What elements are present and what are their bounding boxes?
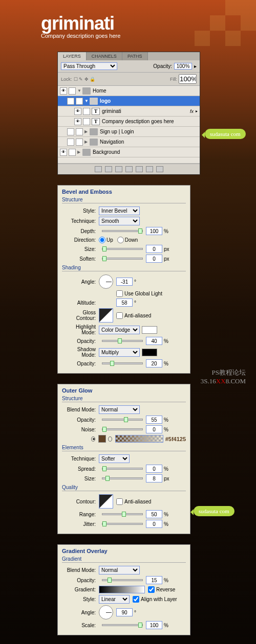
- noise-input[interactable]: [146, 425, 162, 433]
- gradient-picker[interactable]: [99, 586, 145, 593]
- glow-color-swatch[interactable]: [98, 435, 105, 443]
- soften-slider[interactable]: [102, 258, 143, 260]
- watermark-bubble: sudasuta.com: [194, 506, 234, 516]
- align-check[interactable]: [133, 596, 139, 603]
- direction-up[interactable]: Up: [99, 237, 113, 243]
- opacity-input[interactable]: [146, 576, 162, 584]
- folder-new-icon[interactable]: [136, 166, 143, 172]
- layer-row[interactable]: 👁▶Background: [58, 147, 200, 157]
- shadow-opacity-slider[interactable]: [102, 362, 143, 364]
- adjustment-icon[interactable]: [125, 166, 133, 172]
- visibility-icon[interactable]: 👁: [67, 98, 74, 105]
- style-select[interactable]: Linear: [99, 595, 130, 604]
- jitter-slider[interactable]: [102, 523, 143, 525]
- new-layer-icon[interactable]: [146, 166, 153, 172]
- size-input[interactable]: [146, 474, 162, 482]
- direction-down[interactable]: Down: [117, 237, 138, 243]
- layer-row[interactable]: 👁▼Home: [58, 86, 200, 96]
- blend-mode-select[interactable]: Normal: [99, 405, 140, 414]
- dialog-title: Outer Glow: [62, 387, 186, 394]
- opacity-slider[interactable]: [102, 419, 143, 421]
- highlight-color[interactable]: [142, 326, 157, 334]
- tab-channels[interactable]: CHANNELS: [87, 52, 122, 60]
- range-input[interactable]: [146, 510, 162, 518]
- gradient-overlay-dialog: Gradient Overlay Gradient Blend Mode:Nor…: [57, 544, 190, 635]
- visibility-icon[interactable]: 👁: [74, 108, 81, 115]
- antialiased-check[interactable]: [116, 312, 123, 319]
- soften-input[interactable]: [146, 255, 162, 263]
- opacity-input[interactable]: [146, 416, 162, 424]
- angle-input[interactable]: [116, 278, 133, 286]
- watermark-text: PS教程论坛 3S.16XX8.COM: [201, 368, 246, 385]
- glow-gradient[interactable]: [115, 435, 163, 443]
- technique-select[interactable]: Smooth: [99, 217, 140, 225]
- panel-footer: [58, 164, 200, 174]
- scale-slider[interactable]: [102, 624, 143, 626]
- opacity-input[interactable]: [174, 63, 192, 70]
- mask-icon[interactable]: [115, 166, 122, 172]
- size-slider[interactable]: [102, 477, 143, 479]
- range-slider[interactable]: [102, 513, 143, 515]
- spread-slider[interactable]: [102, 468, 143, 470]
- visibility-icon[interactable]: 👁: [60, 87, 67, 95]
- global-light-check[interactable]: [116, 290, 123, 297]
- highlight-opacity-slider[interactable]: [102, 340, 143, 342]
- layer-row[interactable]: ▶Navigation: [58, 137, 200, 147]
- fill-label: Fill:: [170, 77, 177, 82]
- opacity-label: Opacity:: [153, 63, 172, 69]
- gloss-contour[interactable]: [99, 308, 113, 323]
- opacity-slider[interactable]: [102, 579, 143, 581]
- scale-input[interactable]: [146, 621, 162, 629]
- lock-label: Lock:: [61, 77, 72, 82]
- angle-dial[interactable]: [99, 605, 113, 619]
- blend-mode-select[interactable]: Pass Through: [61, 62, 117, 70]
- fx-badge[interactable]: fx: [190, 109, 196, 114]
- angle-input[interactable]: [116, 608, 133, 616]
- folder-icon: [82, 87, 91, 95]
- shadow-mode-select[interactable]: Multiply: [99, 348, 140, 357]
- jitter-input[interactable]: [146, 520, 162, 528]
- layer-row[interactable]: 👁▼logo: [58, 96, 200, 106]
- layer-row[interactable]: ▶Sign up | Login: [58, 127, 200, 137]
- noise-slider[interactable]: [102, 428, 143, 430]
- depth-slider[interactable]: [102, 230, 143, 232]
- altitude-input[interactable]: [116, 298, 133, 307]
- size-slider[interactable]: [102, 248, 143, 250]
- folder-icon: [90, 128, 98, 135]
- highlight-opacity-input[interactable]: [146, 337, 162, 345]
- dialog-title: Bevel and Emboss: [62, 189, 186, 195]
- contour-swatch[interactable]: [99, 494, 113, 509]
- antialiased-check[interactable]: [116, 498, 123, 505]
- angle-dial[interactable]: [99, 274, 113, 289]
- layer-row[interactable]: 👁Tgriminatifx▸: [58, 106, 200, 117]
- depth-input[interactable]: [146, 227, 162, 235]
- shadow-opacity-input[interactable]: [146, 359, 162, 367]
- layer-row[interactable]: 👁TCompany desctiption goes here: [58, 117, 200, 127]
- fx-icon[interactable]: [105, 166, 112, 172]
- bevel-dialog: Bevel and Emboss Structure Style:Inner B…: [57, 185, 190, 374]
- color-hex: #5f4125: [165, 436, 186, 442]
- technique-select[interactable]: Softer: [99, 454, 130, 463]
- watermark-bubble: sudasuta.com: [205, 129, 246, 139]
- text-layer-icon: T: [92, 118, 100, 125]
- reverse-check[interactable]: [148, 586, 155, 593]
- link-icon[interactable]: [95, 166, 102, 172]
- trash-icon[interactable]: [156, 166, 163, 172]
- blend-mode-select[interactable]: Normal: [99, 566, 140, 574]
- visibility-icon[interactable]: 👁: [74, 118, 81, 125]
- fill-input[interactable]: [179, 74, 197, 84]
- folder-icon: [82, 149, 91, 156]
- color-radio[interactable]: [91, 436, 95, 442]
- spread-input[interactable]: [146, 465, 162, 473]
- shadow-color[interactable]: [142, 349, 157, 356]
- folder-icon: [90, 139, 98, 146]
- style-select[interactable]: Inner Bevel: [99, 206, 140, 215]
- gradient-radio[interactable]: [108, 436, 112, 442]
- chevron-down-icon[interactable]: ▸: [194, 63, 197, 69]
- size-input[interactable]: [146, 245, 162, 253]
- highlight-mode-select[interactable]: Color Dodge: [99, 326, 140, 334]
- tab-layers[interactable]: LAYERS: [58, 52, 87, 60]
- folder-icon: [90, 98, 98, 105]
- tab-paths[interactable]: PATHS: [122, 52, 148, 60]
- visibility-icon[interactable]: 👁: [60, 149, 67, 156]
